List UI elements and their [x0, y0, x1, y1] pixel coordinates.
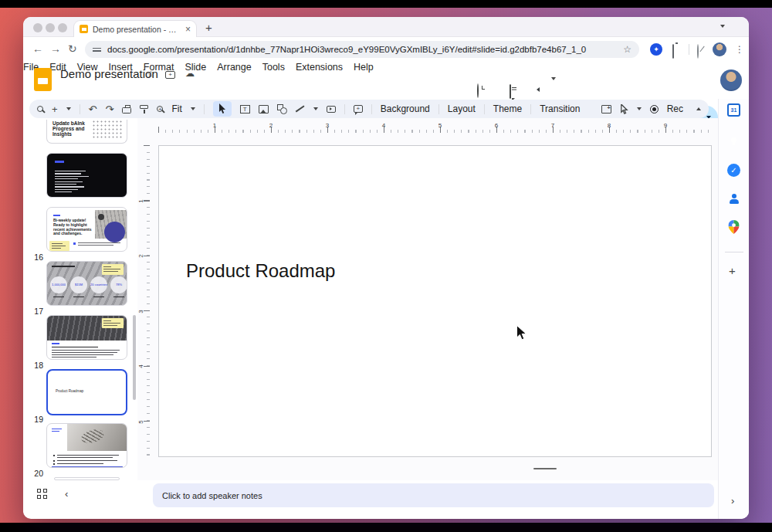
image-options-icon[interactable]	[601, 105, 611, 114]
slides-favicon-icon	[80, 25, 88, 33]
bookmark-star-icon[interactable]: ☆	[623, 44, 631, 55]
browser-profile-avatar[interactable]	[713, 42, 726, 56]
menu-tools[interactable]: Tools	[262, 62, 285, 73]
slide-20-thumbnail-selected[interactable]: Product Roadmap	[46, 369, 127, 415]
zoom-dropdown-icon[interactable]	[191, 107, 195, 110]
document-title[interactable]: Demo presentation	[60, 67, 158, 80]
slide-15-graphic	[92, 120, 123, 140]
divider	[371, 104, 372, 114]
print-icon[interactable]	[122, 107, 131, 114]
menu-arrange[interactable]: Arrange	[217, 62, 251, 73]
new-tab-button[interactable]: +	[205, 21, 212, 34]
window-minimize-button[interactable]	[46, 23, 55, 32]
pointer-dropdown-icon[interactable]	[637, 107, 642, 110]
back-icon[interactable]: ←	[32, 42, 43, 55]
side-panel: 31 ✓ + ›	[718, 99, 749, 519]
slide-number: 20	[28, 469, 43, 478]
window-close-button[interactable]	[33, 23, 42, 32]
extension-pinned-icon[interactable]: ✦	[650, 43, 662, 56]
comments-icon[interactable]	[510, 84, 511, 99]
zoom-select[interactable]: Fit	[171, 103, 181, 114]
insert-line-icon[interactable]	[295, 104, 305, 114]
speaker-notes-placeholder: Click to add speaker notes	[162, 491, 262, 500]
divider	[689, 44, 689, 55]
filmstrip-scrollbar[interactable]	[133, 315, 136, 400]
paint-format-icon[interactable]	[140, 105, 148, 109]
add-slide-dropdown-icon[interactable]	[66, 107, 71, 110]
tasks-icon[interactable]: ✓	[727, 164, 740, 177]
slide-21-thumbnail[interactable]	[46, 423, 127, 468]
performance-icon[interactable]	[697, 44, 699, 59]
forward-icon[interactable]: →	[50, 42, 61, 55]
address-bar[interactable]: docs.google.com/presentation/d/1dnhbe_77…	[85, 41, 639, 58]
divider	[438, 104, 439, 114]
maps-icon[interactable]	[728, 220, 740, 234]
insert-image-icon[interactable]	[259, 105, 269, 114]
app-header: Demo presentation ☆ + ☁ File Edit View I…	[23, 62, 749, 99]
text-box-icon[interactable]: T	[240, 105, 250, 114]
zoom-icon[interactable]	[157, 106, 163, 112]
add-apps-icon[interactable]: +	[729, 264, 736, 277]
line-dropdown-icon[interactable]	[313, 107, 318, 110]
laser-pointer-icon[interactable]	[620, 104, 628, 114]
select-tool-active[interactable]	[213, 101, 232, 117]
calendar-icon[interactable]: 31	[727, 103, 740, 117]
slide-16-thumbnail[interactable]	[46, 153, 127, 198]
insert-video-icon[interactable]	[327, 106, 336, 113]
slide-17-text: Bi-weekly update! Ready to highlight rec…	[53, 219, 93, 236]
hide-toolbar-chevron-icon[interactable]	[696, 107, 701, 110]
browser-tab[interactable]: Demo presentation - Google S ×	[73, 20, 197, 37]
slide-title-text[interactable]: Product Roadmap	[186, 260, 335, 282]
slides-logo-icon[interactable]	[34, 68, 52, 91]
close-tab-icon[interactable]: ×	[185, 25, 191, 33]
background-button[interactable]: Background	[381, 103, 430, 114]
slide-18-thumbnail[interactable]: 1,000,000 $15M 20 countries 78%	[46, 261, 127, 306]
horizontal-ruler: 12 34 56 78 9	[158, 124, 713, 133]
stat-circle: 1,000,000	[50, 276, 67, 293]
add-comment-icon[interactable]: +	[354, 105, 363, 113]
version-history-icon[interactable]	[477, 83, 479, 98]
grid-view-icon[interactable]	[37, 489, 47, 499]
slide-19-thumbnail[interactable]	[46, 315, 127, 360]
site-settings-icon[interactable]	[93, 46, 101, 53]
record-icon[interactable]	[650, 105, 659, 114]
add-slide-button[interactable]: +	[52, 104, 58, 114]
redo-icon[interactable]: ↷	[106, 104, 114, 114]
url-text[interactable]: docs.google.com/presentation/d/1dnhbe_77…	[107, 45, 617, 54]
insert-shape-icon[interactable]	[277, 104, 283, 110]
slide-canvas[interactable]: Product Roadmap	[158, 145, 712, 457]
tab-search-chevron-icon[interactable]	[720, 25, 725, 28]
expand-side-panel-icon[interactable]: ›	[731, 495, 734, 507]
layout-button[interactable]: Layout	[448, 103, 476, 114]
stat-circle: 20 countries	[90, 276, 107, 293]
meet-dropdown-icon[interactable]	[551, 77, 556, 80]
divider	[484, 104, 485, 114]
divider	[530, 104, 531, 114]
speaker-notes-input[interactable]: Click to add speaker notes	[153, 483, 714, 507]
rec-label[interactable]: Rec	[667, 103, 683, 114]
move-to-folder-icon[interactable]: +	[165, 71, 175, 79]
account-avatar[interactable]	[720, 69, 742, 91]
extensions-icon[interactable]	[672, 44, 674, 59]
slide-number: 16	[28, 252, 43, 262]
tab-title: Demo presentation - Google S	[93, 25, 181, 34]
window-zoom-button[interactable]	[58, 23, 67, 32]
slide-17-thumbnail[interactable]: Bi-weekly update! Ready to highlight rec…	[46, 207, 127, 252]
menu-help[interactable]: Help	[354, 62, 374, 73]
notes-resize-handle[interactable]	[533, 468, 557, 469]
reload-icon[interactable]: ↻	[68, 42, 77, 55]
collapse-filmstrip-icon[interactable]: ‹	[65, 488, 68, 500]
star-document-icon[interactable]: ☆	[147, 69, 155, 80]
browser-menu-icon[interactable]: ⋮	[735, 44, 744, 55]
divider	[80, 104, 80, 114]
menu-extensions[interactable]: Extensions	[296, 62, 343, 73]
slide-15-thumbnail[interactable]: Update bAInk Progress and Insights	[46, 120, 127, 144]
undo-icon[interactable]: ↶	[89, 104, 97, 114]
select-cursor-icon	[218, 103, 226, 114]
slide-number: 17	[28, 307, 43, 316]
theme-button[interactable]: Theme	[493, 103, 522, 114]
slide-number: 18	[28, 361, 43, 370]
transition-button[interactable]: Transition	[540, 103, 580, 114]
browser-window: Demo presentation - Google S × + ← → ↻ d…	[23, 17, 749, 519]
search-menus-icon[interactable]	[37, 106, 43, 112]
